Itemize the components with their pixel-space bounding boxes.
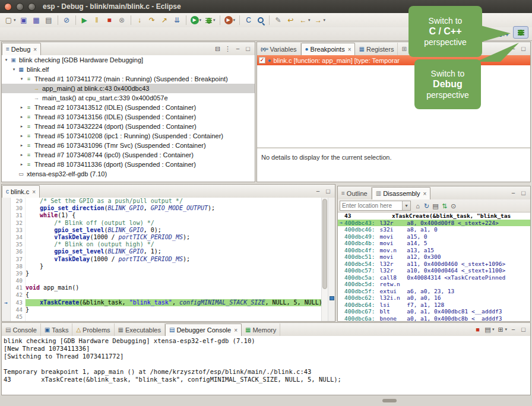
minimize-icon[interactable]: − (314, 186, 322, 196)
minimize-icon[interactable]: − (509, 188, 518, 198)
disassembly-listing[interactable]: 43 xTaskCreate(&blink_task, "blink_tas→4… (338, 212, 530, 321)
expand-icon[interactable]: ▸ (18, 105, 25, 110)
debug-tree-item[interactable]: →app_main() at blink.c:43 0x400dbc43 (2, 84, 255, 93)
collapse-icon[interactable]: ▾ (11, 67, 17, 72)
window-close-button[interactable] (4, 3, 12, 11)
expand-icon[interactable]: ▸ (18, 115, 25, 119)
last-edit-location-icon[interactable]: ↩ (285, 14, 296, 26)
back-icon[interactable]: ←▾ (297, 14, 312, 26)
tab-outline[interactable]: ≡Outline (338, 187, 372, 199)
maximize-icon[interactable]: □ (243, 43, 252, 54)
tab-variables[interactable]: (x)=Variables (257, 43, 301, 55)
debug-tree-item[interactable]: →main_task() at cpu_start.c:339 0x400d05… (2, 93, 255, 103)
terminate-icon[interactable]: ■ (473, 324, 482, 335)
window-maximize-button[interactable] (28, 3, 36, 11)
mark-occurrences-icon[interactable]: ✎ (273, 14, 284, 26)
collapse-icon[interactable]: ▾ (3, 58, 10, 62)
overview-marker[interactable] (330, 296, 334, 300)
open-console-icon[interactable]: ⊞▾ (496, 324, 508, 335)
run-icon[interactable]: ▶▾ (189, 14, 203, 26)
terminate-icon[interactable]: ■ (104, 14, 115, 26)
sync-selection-icon[interactable]: ⇅ (440, 201, 449, 211)
location-input[interactable] (340, 202, 402, 210)
save-all-icon[interactable]: ▦ (31, 14, 42, 26)
location-combo[interactable]: ▾ (340, 201, 411, 211)
debug-tree[interactable]: ▾▣blink checking [GDB Hardware Debugging… (2, 55, 255, 182)
overview-ruler[interactable] (328, 198, 335, 321)
minimize-icon[interactable]: − (509, 324, 518, 335)
show-source-icon[interactable]: ▤ (431, 201, 440, 211)
tab-registers[interactable]: ▦Registers (355, 43, 398, 55)
tab-debug[interactable]: ≡Debug× (2, 43, 41, 56)
debug-tree-item[interactable]: ▸≡Thread #2 1073413512 (IDLE) (Suspended… (2, 103, 255, 112)
close-tab-icon[interactable]: × (423, 191, 427, 197)
debug-tree-item[interactable]: ▸≡Thread #7 1073408744 (ipc0) (Suspended… (2, 150, 255, 160)
debug-tree-item[interactable]: ▾▣blink checking [GDB Hardware Debugging… (2, 55, 255, 65)
collapse-icon[interactable]: ▾ (18, 77, 25, 81)
suspend-icon[interactable]: ‖ (91, 14, 103, 26)
tab-tasks[interactable]: ▣Tasks (41, 323, 73, 336)
disconnect-icon[interactable]: ⊗ (116, 14, 128, 26)
save-icon[interactable]: ▣ (18, 14, 30, 26)
debug-tree-item[interactable]: ▸≡Thread #6 1073431096 (Tmr Svc) (Suspen… (2, 141, 255, 150)
pin-view-icon[interactable]: ⊙ (449, 201, 458, 211)
display-selected-console-icon[interactable]: ▤▾ (483, 324, 495, 335)
horizontal-scrollbar-thumb[interactable] (382, 399, 397, 402)
resume-icon[interactable]: ▶ (79, 14, 90, 26)
combo-dropdown-icon[interactable]: ▾ (402, 201, 410, 210)
debug-tree-item[interactable]: ▭xtensa-esp32-elf-gdb (7.10) (2, 169, 255, 179)
code-editor[interactable]: → 2930313233343536373839404142434445 /* … (2, 198, 335, 321)
tab-disassembly[interactable]: ▥Disassembly× (372, 187, 431, 200)
skip-all-breakpoints-icon[interactable]: ⊘ (61, 14, 72, 26)
console-output[interactable]: blink checking [GDB Hardware Debugging] … (2, 336, 530, 395)
maximize-icon[interactable]: □ (324, 186, 332, 196)
debug-icon[interactable]: ▾ (204, 14, 217, 26)
debug-tree-item[interactable]: ▸≡Thread #3 1073413156 (IDLE) (Suspended… (2, 112, 255, 122)
close-tab-icon[interactable]: × (33, 46, 37, 53)
expand-icon[interactable]: ▸ (18, 153, 25, 157)
close-tab-icon[interactable]: × (234, 327, 238, 334)
tab-breakpoints[interactable]: ●Breakpoints× (301, 43, 356, 56)
refresh-icon[interactable]: ↻ (422, 201, 431, 211)
new-c-project-icon[interactable]: C (243, 14, 254, 26)
breakpoint-checkbox[interactable]: ✓ (259, 57, 265, 64)
debug-perspective[interactable] (513, 26, 528, 39)
maximize-icon[interactable]: □ (519, 324, 528, 335)
tab-console[interactable]: ▤Console (2, 323, 41, 336)
debug-tree-item[interactable]: ▾≡Thread #1 1073411772 (main : Running) … (2, 74, 255, 84)
tab-problems[interactable]: △Problems (72, 323, 114, 336)
expand-icon[interactable]: ▸ (18, 162, 25, 167)
scrollbar-thumb[interactable] (322, 199, 327, 289)
print-icon[interactable]: ▤ (43, 14, 55, 26)
search-icon[interactable] (255, 14, 266, 26)
close-tab-icon[interactable]: × (348, 46, 352, 53)
collapse-all-icon[interactable]: ⊟ (213, 43, 222, 54)
debug-tree-item[interactable]: ▸≡Thread #5 1073410208 (ipc1 : Running) … (2, 131, 255, 141)
view-menu-icon[interactable]: ⋮ (223, 43, 232, 54)
maximize-icon[interactable]: □ (519, 43, 528, 54)
expand-icon[interactable]: ▸ (18, 134, 25, 138)
breakpoints-list[interactable]: ✓ ● blink.c [function: app_main] [type: … (257, 55, 530, 182)
debug-tree-item[interactable]: ▾▦blink.elf (2, 65, 255, 74)
external-tools-icon[interactable]: ▶▾ (223, 14, 237, 26)
minimize-icon[interactable]: − (233, 43, 242, 54)
forward-icon[interactable]: →▾ (313, 14, 327, 26)
code-area[interactable]: /* Set the GPIO as a push/pull output */… (26, 198, 321, 321)
editor-vertical-scrollbar[interactable] (321, 198, 328, 321)
expand-icon[interactable]: ▸ (18, 124, 25, 129)
close-tab-icon[interactable]: × (32, 189, 36, 195)
tab-blink-c[interactable]: cblink.c× (2, 185, 40, 198)
new-wizard-icon[interactable]: ▢▾ (3, 14, 17, 26)
maximize-icon[interactable]: □ (519, 188, 528, 198)
tab-executables[interactable]: ▦Executables (115, 323, 165, 336)
step-into-icon[interactable]: ↓ (134, 14, 145, 26)
tab-memory[interactable]: ▦Memory (242, 323, 280, 336)
annotation-ruler[interactable]: → (2, 198, 11, 321)
goto-home-icon[interactable]: ⌂ (413, 201, 422, 211)
step-over-icon[interactable]: ↷ (147, 14, 158, 26)
step-return-icon[interactable]: ↗ (159, 14, 170, 26)
tab-debugger-console[interactable]: ▤Debugger Console× (165, 323, 242, 337)
debug-tree-item[interactable]: ▸≡Thread #4 1073432224 (dport) (Suspende… (2, 122, 255, 131)
expand-icon[interactable]: ▸ (18, 143, 25, 148)
debug-tree-item[interactable]: ▸≡Thread #8 1073411336 (dport) (Suspende… (2, 160, 255, 169)
